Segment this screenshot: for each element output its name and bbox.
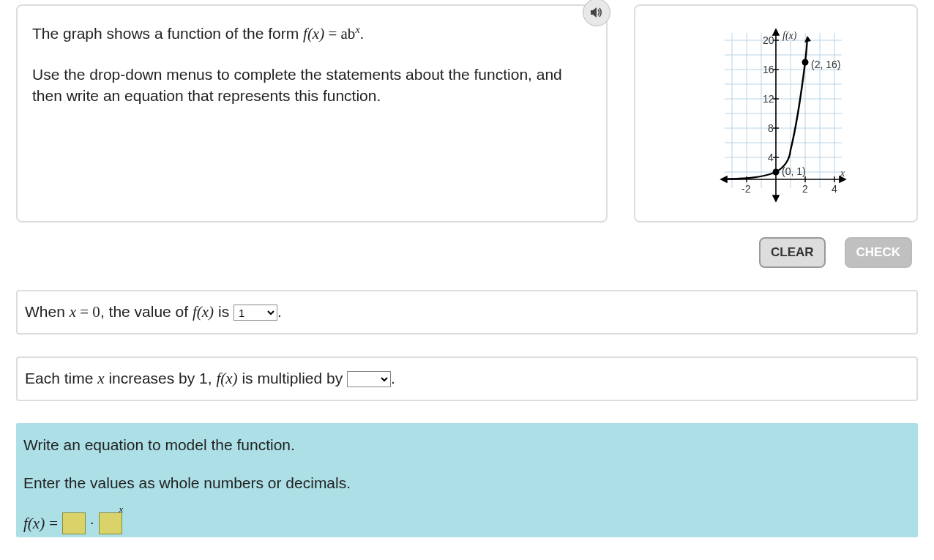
speaker-icon bbox=[589, 5, 604, 20]
multiplier-select[interactable] bbox=[347, 371, 391, 387]
text: . bbox=[360, 25, 365, 42]
multiply-dot: · bbox=[90, 514, 94, 531]
svg-point-34 bbox=[802, 59, 809, 66]
text: is bbox=[214, 303, 234, 320]
x-axis-label: x bbox=[840, 168, 845, 179]
coefficient-a-input[interactable] bbox=[62, 512, 86, 534]
statement-1-panel: When x = 0, the value of f(x) is 1. bbox=[16, 290, 918, 335]
equation-row: f(x) = · x bbox=[23, 512, 911, 534]
check-button[interactable]: CHECK bbox=[845, 237, 912, 268]
question-line-1: The graph shows a function of the form f… bbox=[32, 23, 591, 44]
fx-symbol: f(x) bbox=[193, 303, 214, 321]
text: increases by 1, bbox=[105, 370, 217, 387]
ytick-4: 4 bbox=[768, 152, 774, 163]
svg-point-33 bbox=[773, 169, 780, 176]
text: . bbox=[277, 303, 282, 320]
text: is multiplied by bbox=[238, 370, 347, 387]
y-axis-label: f(x) bbox=[782, 30, 797, 42]
graph-panel: 20 16 12 8 4 -2 2 4 f(x) x (0, 1) (2, 16… bbox=[634, 4, 918, 223]
text: The graph shows a function of the form bbox=[32, 25, 303, 42]
point-label-2-16: (2, 16) bbox=[811, 59, 840, 70]
equation-instruction: Enter the values as whole numbers or dec… bbox=[23, 474, 911, 492]
svg-marker-21 bbox=[721, 176, 727, 182]
var-x: x bbox=[97, 370, 104, 387]
text: = ab bbox=[324, 25, 355, 42]
fx-symbol: f(x) bbox=[23, 515, 45, 533]
ytick-8: 8 bbox=[768, 122, 774, 134]
svg-marker-23 bbox=[773, 195, 779, 201]
button-row: CLEAR CHECK bbox=[0, 223, 934, 268]
value-at-zero-select[interactable]: 1 bbox=[234, 305, 277, 321]
var-x: x bbox=[70, 303, 76, 321]
text: . bbox=[391, 370, 395, 387]
question-panel: The graph shows a function of the form f… bbox=[16, 4, 608, 223]
statement-2-panel: Each time x increases by 1, f(x) is mult… bbox=[16, 356, 918, 401]
ytick-20: 20 bbox=[763, 34, 774, 46]
xtick-neg2: -2 bbox=[741, 183, 751, 195]
equation-panel: Write an equation to model the function.… bbox=[16, 423, 918, 537]
text: Each time bbox=[25, 370, 97, 387]
fx-symbol: f(x) bbox=[303, 25, 324, 42]
question-line-2: Use the drop-down menus to complete the … bbox=[32, 64, 591, 106]
clear-button[interactable]: CLEAR bbox=[759, 237, 826, 268]
ytick-12: 12 bbox=[763, 93, 774, 105]
text: , the value of bbox=[100, 303, 193, 320]
fx-symbol: f(x) bbox=[216, 370, 237, 387]
equals-sign: = bbox=[49, 515, 58, 533]
text: When bbox=[25, 303, 70, 320]
text: = 0 bbox=[76, 303, 100, 321]
xtick-4: 4 bbox=[832, 183, 837, 195]
xtick-2: 2 bbox=[802, 183, 808, 195]
equation-heading: Write an equation to model the function. bbox=[23, 436, 911, 454]
exponent-x: x bbox=[119, 504, 124, 526]
function-graph: 20 16 12 8 4 -2 2 4 f(x) x (0, 1) (2, 16… bbox=[681, 18, 871, 209]
point-label-0-1: (0, 1) bbox=[782, 165, 806, 177]
ytick-16: 16 bbox=[763, 64, 774, 75]
